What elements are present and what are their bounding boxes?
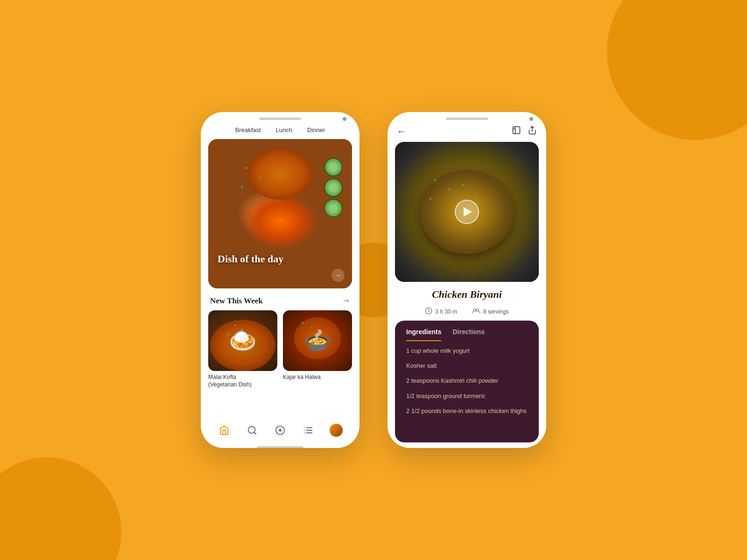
kajar-name: Kajar ka Halwa (283, 374, 352, 381)
dish-card-malai-kofta[interactable]: Malai Kofta (Vegetarian Dish) (208, 310, 277, 388)
recipe-title-section: Chicken Biryani (388, 282, 546, 304)
recipe-title: Chicken Biryani (397, 288, 537, 301)
tab-lunch[interactable]: Lunch (276, 126, 292, 133)
notch-pill-2 (446, 118, 488, 120)
tab-ingredients[interactable]: Ingredients (406, 328, 441, 341)
herb (430, 198, 431, 200)
phones-container: Breakfast Lunch Dinner Dish of the day (201, 112, 546, 448)
phone1-notch (201, 112, 359, 123)
cucumber-3 (324, 199, 343, 217)
dishes-row: Malai Kofta (Vegetarian Dish) Kajar ka H… (201, 310, 359, 388)
malai-kofta-image (208, 310, 277, 371)
malai-kofta-visual (208, 310, 277, 371)
nav-list[interactable] (302, 424, 315, 437)
kajar-visual (283, 310, 352, 371)
biryani-visual (395, 142, 539, 282)
kajar-image (283, 310, 352, 371)
ingredient-3: 2 teaspoons Kashmiri chili powder (406, 377, 528, 385)
hero-arrow-button[interactable]: → (331, 269, 345, 282)
cucumber-1 (324, 158, 343, 176)
cucumber-decoration (324, 158, 343, 217)
panel-tabs: Ingredients Directions (395, 321, 539, 341)
ingredients-list: 1 cup whole milk yogurt Kosher salt 2 te… (395, 341, 539, 442)
nav-add[interactable] (274, 424, 287, 437)
herb (241, 329, 243, 331)
hero-title: Dish of the day (218, 253, 283, 265)
herb (311, 327, 313, 329)
ingredient-1: 1 cup whole milk yogurt (406, 347, 528, 355)
ingredient-4: 1/2 teaspoon ground turmeric (406, 392, 528, 400)
dish-card-kajar[interactable]: Kajar ka Halwa (283, 310, 352, 388)
recipe-header: ← (388, 123, 546, 142)
time-meta: 3 h 30 m (425, 307, 457, 316)
herb-dot (246, 167, 247, 169)
ingredient-5: 2 1/2 pounds bone-in skinless chicken th… (406, 407, 528, 415)
phone1-content: Breakfast Lunch Dinner Dish of the day (201, 123, 359, 448)
tab-directions[interactable]: Directions (452, 328, 484, 341)
play-button[interactable] (455, 200, 479, 224)
back-button[interactable]: ← (397, 126, 406, 137)
svg-line-1 (254, 432, 256, 434)
ingredients-panel: Ingredients Directions 1 cup whole milk … (395, 321, 539, 442)
herb (234, 324, 236, 326)
phone-dot (343, 117, 346, 121)
phone-2: ← (388, 112, 546, 448)
play-triangle (464, 207, 472, 217)
herb (476, 196, 478, 197)
herb (302, 322, 303, 324)
malai-kofta-name: Malai Kofta (Vegetarian Dish) (208, 374, 277, 388)
new-this-week-arrow[interactable]: → (342, 296, 350, 306)
servings-value: 8 servings (483, 308, 509, 315)
herb (448, 189, 450, 190)
herb-dot (241, 186, 243, 188)
new-this-week-header: New This Week → (201, 288, 359, 310)
phone2-content: ← (388, 123, 546, 448)
servings-icon (472, 308, 480, 315)
tab-dinner[interactable]: Dinner (307, 126, 325, 133)
recipe-meta: 3 h 30 m 8 servings (388, 304, 546, 321)
nav-search[interactable] (246, 424, 259, 437)
clock-icon (425, 307, 432, 316)
notch-pill (259, 118, 301, 120)
save-icon[interactable] (512, 126, 521, 137)
svg-rect-11 (513, 127, 520, 134)
bg-circle-top-right (607, 0, 747, 140)
share-icon[interactable] (528, 126, 537, 137)
ingredient-2: Kosher salt (406, 362, 528, 370)
herb (462, 184, 464, 186)
nav-home[interactable] (218, 424, 231, 437)
time-value: 3 h 30 m (435, 308, 457, 315)
home-indicator (257, 446, 303, 448)
bg-circle-bottom-left (0, 457, 121, 560)
recipe-hero-image (395, 142, 539, 282)
herb-dot (260, 176, 261, 178)
bottom-navigation (201, 417, 359, 444)
herb (227, 334, 229, 336)
phone-1: Breakfast Lunch Dinner Dish of the day (201, 112, 359, 448)
phone2-dot (529, 117, 533, 121)
servings-meta: 8 servings (472, 307, 509, 316)
cucumber-2 (324, 178, 343, 197)
phone2-notch (388, 112, 546, 123)
new-this-week-title: New This Week (210, 296, 263, 306)
nav-profile[interactable] (330, 424, 343, 437)
hero-image (208, 139, 352, 288)
header-actions (512, 126, 537, 137)
bottom-spacer (388, 442, 546, 448)
herb (434, 179, 436, 181)
hero-image-container: Dish of the day → (208, 139, 352, 288)
category-tabs: Breakfast Lunch Dinner (201, 123, 359, 139)
tab-breakfast[interactable]: Breakfast (235, 126, 261, 133)
